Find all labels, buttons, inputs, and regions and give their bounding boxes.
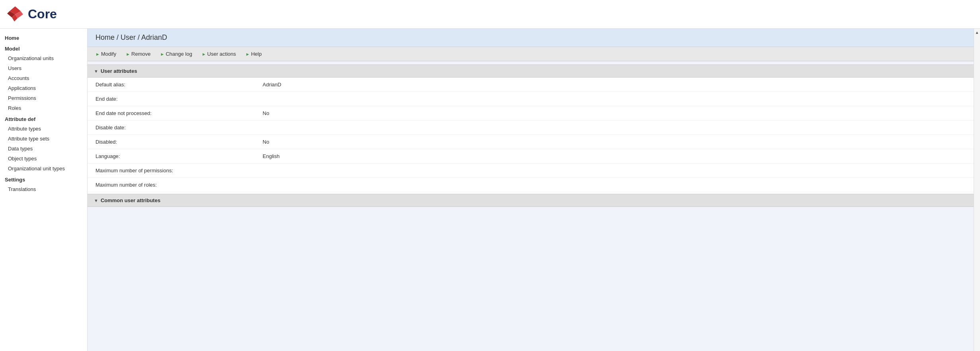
- top-bar: Core: [0, 0, 980, 29]
- sidebar-item-users[interactable]: Users: [0, 63, 87, 73]
- scroll-up-arrow-icon[interactable]: ▲: [974, 29, 980, 35]
- user-actions-label: User actions: [207, 51, 236, 57]
- user-attributes-collapse-icon[interactable]: ▼: [94, 69, 98, 74]
- change-log-button[interactable]: ► Change log: [159, 50, 194, 58]
- sidebar-item-applications[interactable]: Applications: [0, 83, 87, 93]
- remove-label: Remove: [131, 51, 150, 57]
- user-attributes-header: ▼ User attributes: [88, 64, 974, 78]
- sidebar-item-data-types[interactable]: Data types: [0, 144, 87, 154]
- sidebar-section-settings: Settings: [0, 174, 87, 184]
- sidebar-item-accounts[interactable]: Accounts: [0, 73, 87, 83]
- sidebar-item-attribute-type-sets[interactable]: Attribute type sets: [0, 134, 87, 144]
- logo-area: Core: [6, 6, 57, 23]
- content-area: Home / User / AdrianD ► Modify ► Remove …: [88, 29, 974, 351]
- app-logo-icon: [6, 6, 24, 23]
- sidebar-item-org-units[interactable]: Organizational units: [0, 53, 87, 63]
- modify-button[interactable]: ► Modify: [94, 50, 118, 58]
- attr-row-default-alias: Default alias: AdrianD: [88, 78, 974, 92]
- attr-label-end-date-not-processed: End date not processed:: [95, 110, 263, 116]
- main-layout: Home Model Organizational units Users Ac…: [0, 29, 980, 351]
- attr-row-language: Language: English: [88, 149, 974, 164]
- common-user-attributes-title: Common user attributes: [101, 197, 160, 203]
- sidebar-section-model: Model: [0, 43, 87, 53]
- user-attributes-section: ▼ User attributes Default alias: AdrianD…: [88, 64, 974, 207]
- change-log-arrow-icon: ►: [160, 52, 165, 57]
- sidebar-home[interactable]: Home: [0, 32, 87, 43]
- sidebar-item-roles[interactable]: Roles: [0, 103, 87, 113]
- sidebar-item-permissions[interactable]: Permissions: [0, 93, 87, 103]
- attr-value-language: English: [263, 153, 280, 159]
- attr-row-max-roles: Maximum number of roles:: [88, 178, 974, 192]
- sidebar-item-org-unit-types[interactable]: Organizational unit types: [0, 164, 87, 174]
- action-bar: ► Modify ► Remove ► Change log ► User ac…: [88, 47, 974, 61]
- common-user-attributes-header: ▼ Common user attributes: [88, 194, 974, 207]
- modify-arrow-icon: ►: [95, 52, 100, 57]
- change-log-label: Change log: [166, 51, 192, 57]
- help-label: Help: [251, 51, 262, 57]
- remove-arrow-icon: ►: [126, 52, 130, 57]
- sidebar-section-attribute-def: Attribute def: [0, 113, 87, 124]
- scrollbar-right[interactable]: ▲: [974, 29, 980, 351]
- attr-row-max-permissions: Maximum number of permissions:: [88, 164, 974, 178]
- sidebar-item-translations[interactable]: Translations: [0, 184, 87, 194]
- attr-value-default-alias: AdrianD: [263, 82, 281, 88]
- attr-value-disabled: No: [263, 139, 269, 145]
- attr-label-default-alias: Default alias:: [95, 82, 263, 88]
- attr-row-end-date: End date:: [88, 92, 974, 106]
- sidebar: Home Model Organizational units Users Ac…: [0, 29, 88, 351]
- attr-label-max-roles: Maximum number of roles:: [95, 182, 263, 188]
- attr-row-disable-date: Disable date:: [88, 121, 974, 135]
- attr-row-end-date-not-processed: End date not processed: No: [88, 106, 974, 121]
- attr-value-end-date-not-processed: No: [263, 110, 269, 116]
- app-title: Core: [28, 7, 57, 21]
- user-actions-arrow-icon: ►: [202, 52, 206, 57]
- help-arrow-icon: ►: [245, 52, 250, 57]
- attr-label-end-date: End date:: [95, 96, 263, 102]
- user-actions-button[interactable]: ► User actions: [200, 50, 238, 58]
- user-attributes-title: User attributes: [101, 68, 137, 74]
- attr-row-disabled: Disabled: No: [88, 135, 974, 149]
- attr-label-language: Language:: [95, 153, 263, 159]
- common-user-attributes-collapse-icon[interactable]: ▼: [94, 198, 98, 203]
- attr-label-disabled: Disabled:: [95, 139, 263, 145]
- attr-label-disable-date: Disable date:: [95, 125, 263, 131]
- breadcrumb: Home / User / AdrianD: [88, 29, 974, 47]
- help-button[interactable]: ► Help: [244, 50, 263, 58]
- sidebar-item-attribute-types[interactable]: Attribute types: [0, 124, 87, 134]
- attr-label-max-permissions: Maximum number of permissions:: [95, 168, 263, 174]
- modify-label: Modify: [101, 51, 116, 57]
- remove-button[interactable]: ► Remove: [124, 50, 152, 58]
- sidebar-item-object-types[interactable]: Object types: [0, 154, 87, 164]
